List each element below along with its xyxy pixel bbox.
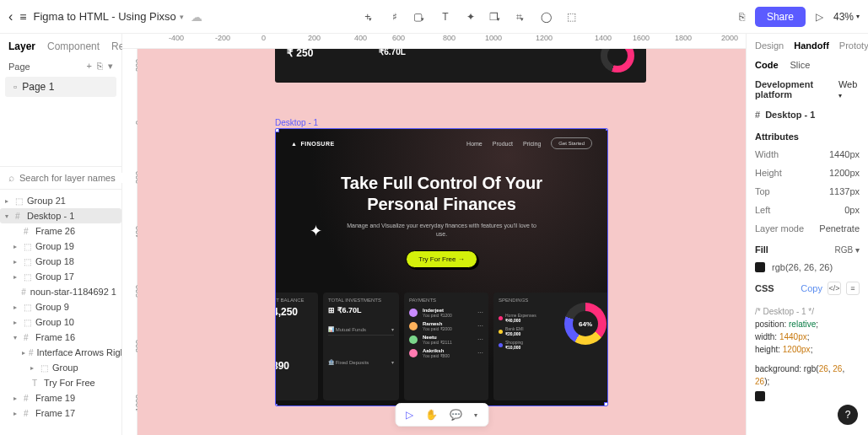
canvas: -400-20002004006008001000120014001600180… — [122, 34, 746, 435]
hand-tool-icon[interactable]: ✋ — [425, 409, 438, 421]
nav-link: Product — [493, 141, 513, 147]
add-tool-icon[interactable]: +▾ — [363, 10, 376, 24]
tab-design[interactable]: Design — [755, 40, 784, 51]
comment-tool-icon[interactable]: 💬 — [450, 409, 462, 421]
layer-item[interactable]: ▸#Frame 19 — [0, 390, 121, 405]
page-item[interactable]: ▫ Page 1 — [5, 77, 116, 97]
left-panel: Layer Component Resource Page + ⎘ ▾ ▫ Pa… — [0, 34, 122, 435]
spending-row: Shopping₹10,000 — [499, 338, 558, 352]
fill-swatch[interactable] — [755, 262, 765, 272]
group-tool-icon[interactable]: ❐▾ — [489, 10, 503, 24]
right-panel: Design Handoff Prototype Code Slice Deve… — [746, 34, 868, 435]
boolean-tool-icon[interactable]: ⌗▾ — [515, 10, 528, 24]
layer-item[interactable]: #Frame 26 — [0, 223, 121, 239]
rectangle-tool-icon[interactable]: ▢▾ — [413, 10, 427, 24]
layer-item[interactable]: ▸⬚Group 10 — [0, 314, 121, 330]
top-invest-val: ₹6.70L — [379, 49, 432, 56]
tab-prototype[interactable]: Prototype — [839, 40, 868, 51]
stage[interactable]: ACCOUNT BALANCE ₹ 250 TOTAL INVESTMENTS … — [137, 49, 746, 435]
top-toolbar: ‹ ≡ Figma to HTML - Using Pixso ▾ ☁ +▾ ♯… — [0, 0, 868, 34]
try-free-button: Try For Free → — [406, 250, 477, 268]
ellipse-tool-icon[interactable]: ◯ — [540, 10, 553, 24]
component-tool-icon[interactable]: ✦ — [464, 10, 477, 24]
help-fab[interactable]: ? — [838, 405, 858, 425]
layer-item[interactable]: ▸⬚Group 21 — [0, 193, 121, 208]
card-payments: PAYMENTS InderjeetYou paid ₹1200⋯RameshY… — [404, 293, 488, 400]
attribute-row: Layer modePenetrate — [747, 219, 868, 238]
frame-label[interactable]: Desktop - 1 — [275, 118, 318, 127]
play-icon[interactable]: ▷ — [816, 11, 823, 23]
page-collapse-icon[interactable]: ▾ — [108, 61, 113, 72]
resize-handle[interactable] — [606, 128, 608, 131]
css-header: CSS — [755, 283, 774, 293]
fill-header: Fill RGB ▾ — [747, 238, 868, 258]
share-button[interactable]: Share — [755, 7, 806, 27]
layer-item[interactable]: ▾#Frame 16 — [0, 330, 121, 345]
file-title-text: Figma to HTML - Using Pixso — [34, 10, 176, 23]
code-view-icon[interactable]: </> — [828, 282, 841, 295]
list-view-icon[interactable]: ≡ — [846, 282, 860, 295]
subtab-code[interactable]: Code — [755, 60, 779, 70]
search-icon: ⌕ — [8, 172, 14, 184]
chevron-down-icon: ▾ — [180, 13, 184, 21]
menu-icon[interactable]: ≡ — [19, 10, 26, 24]
page-icon: ▫ — [13, 81, 17, 93]
tab-layer[interactable]: Layer — [8, 40, 35, 52]
browser-icon[interactable]: ⎘ — [739, 11, 745, 23]
layer-item[interactable]: ▸⬚Group 9 — [0, 299, 121, 314]
layer-item[interactable]: ▸⬚Group 17 — [0, 269, 121, 284]
layer-item[interactable]: ▸⬚Group — [0, 360, 121, 375]
css-code: /* Desktop - 1 */ position: relative; wi… — [747, 300, 868, 410]
nav-link: Home — [466, 141, 483, 147]
text-tool-icon[interactable]: T — [439, 10, 452, 24]
layer-item[interactable]: ▸⬚Group 19 — [0, 239, 121, 254]
page-copy-icon[interactable]: ⎘ — [97, 61, 103, 72]
back-icon[interactable]: ‹ — [8, 9, 13, 24]
page-header-label: Page — [8, 62, 30, 72]
card-balance: NT BALANCE 4,250 890 — [275, 293, 318, 400]
copy-button[interactable]: Copy — [801, 283, 822, 293]
file-title[interactable]: Figma to HTML - Using Pixso ▾ — [34, 10, 184, 23]
layer-item[interactable]: ▸#Interface Arrows Right ... — [0, 345, 121, 360]
dev-platform-dropdown[interactable]: Web ▾ — [838, 79, 860, 99]
spending-row: Bank EMI₹20,000 — [499, 325, 558, 338]
fill-mode-dropdown[interactable]: RGB ▾ — [835, 245, 860, 255]
star-decoration-icon: ✦ — [310, 222, 322, 240]
layer-tree: ▸⬚Group 21▾#Desktop - 1#Frame 26▸⬚Group … — [0, 190, 121, 435]
add-page-icon[interactable]: + — [87, 61, 92, 72]
payment-row: AakrikshYou paid ₹800⋯ — [409, 346, 483, 360]
layer-item[interactable]: ▾#Desktop - 1 — [0, 208, 121, 223]
attribute-row: Height1200px — [747, 164, 868, 182]
tab-handoff[interactable]: Handoff — [794, 40, 829, 51]
nav-cta: Get Started — [551, 137, 592, 149]
css-swatch — [755, 391, 765, 401]
more-tools-icon[interactable]: ▾ — [474, 411, 477, 419]
attributes-header: Attributes — [747, 125, 868, 145]
crop-tool-icon[interactable]: ⬚ — [565, 10, 579, 24]
search-input[interactable] — [19, 173, 136, 183]
site-logo: ▲ FINOSURE — [291, 141, 335, 147]
subtab-slice[interactable]: Slice — [790, 60, 811, 70]
spending-row: Home Expenses₹40,000 — [499, 311, 558, 325]
attribute-row: Top1137px — [747, 182, 868, 201]
tab-component[interactable]: Component — [47, 40, 100, 52]
artboard-selected[interactable]: ▲ FINOSURE HomeProductPricingGet Started… — [275, 128, 608, 406]
layer-item[interactable]: ▸#Frame 17 — [0, 405, 121, 421]
payment-row: RameshYou paid ₹2000⋯ — [409, 320, 483, 333]
selected-frame-name: Desktop - 1 — [765, 110, 815, 120]
cloud-sync-icon[interactable]: ☁ — [191, 10, 202, 24]
right-tabs: Design Handoff Prototype — [747, 34, 868, 56]
hero-title: Take Full Control Of Your Personal Finan… — [276, 173, 607, 215]
dev-platform-label: Development platform — [755, 79, 838, 99]
artboard-preview-top: ACCOUNT BALANCE ₹ 250 TOTAL INVESTMENTS … — [275, 49, 646, 83]
frame-tool-icon[interactable]: ♯ — [388, 10, 402, 24]
layer-item[interactable]: TTry For Free — [0, 375, 121, 390]
site-nav: ▲ FINOSURE HomeProductPricingGet Started — [276, 129, 607, 158]
layer-item[interactable]: #noun-star-1184692 1 — [0, 284, 121, 299]
cursor-tool-icon[interactable]: ▷ — [406, 409, 413, 421]
page-header-row: Page + ⎘ ▾ — [0, 57, 121, 75]
frame-icon: # — [755, 110, 760, 120]
layer-item[interactable]: ▸⬚Group 18 — [0, 254, 121, 269]
zoom-dropdown[interactable]: 43%▾ — [833, 11, 860, 23]
attribute-row: Left0px — [747, 201, 868, 219]
